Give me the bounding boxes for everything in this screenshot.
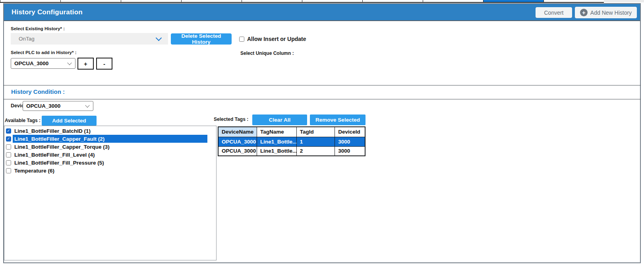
- selected-tags-label: Selected Tags :: [214, 116, 248, 122]
- add-plc-button[interactable]: +: [77, 58, 94, 70]
- top-tab-3[interactable]: [121, 0, 181, 3]
- tag-row-highlight: Temperature (6): [13, 167, 207, 175]
- available-tag-row[interactable]: Line1_BottleFiller_Fill_Pressure (5): [4, 159, 216, 167]
- unique-column-label: Select Unique Column :: [240, 50, 294, 56]
- tag-checkbox[interactable]: [6, 160, 11, 165]
- existing-history-label: Select Existing History* :: [11, 26, 65, 31]
- top-tab-1[interactable]: [0, 0, 60, 3]
- tag-row-highlight: Line1_BottleFiller_Capper_Torque (3): [13, 143, 207, 151]
- tag-row-highlight: Line1_BottleFiller_Fill_Level (4): [13, 151, 207, 159]
- clear-all-button[interactable]: Clear All: [252, 115, 307, 125]
- allow-insert-label: Allow Insert or Update: [247, 36, 306, 42]
- add-new-history-button[interactable]: + Add New History: [575, 7, 637, 18]
- check-icon: ✓: [7, 129, 10, 133]
- available-tag-row[interactable]: ✓Line1_BottleFiller_BatchID (1): [4, 127, 216, 135]
- top-tab-10[interactable]: [543, 0, 604, 3]
- table-header-cell[interactable]: DeviceId: [335, 127, 365, 137]
- chevron-down-icon: [156, 35, 162, 41]
- top-tab-strip: [0, 0, 644, 3]
- history-condition-title: History Condition :: [11, 88, 65, 95]
- check-icon: ✓: [7, 137, 10, 141]
- remove-selected-button[interactable]: Remove Selected: [310, 115, 366, 125]
- section-divider: [3, 85, 641, 85]
- tag-label: Line1_BottleFiller_BatchID (1): [14, 128, 91, 134]
- top-tab-5[interactable]: [242, 0, 302, 3]
- tag-label: Line1_BottleFiller_Capper_Fault (2): [14, 136, 104, 142]
- table-header-row: DeviceNameTagNameTagIdDeviceId: [218, 127, 365, 137]
- tag-checkbox[interactable]: [6, 144, 11, 149]
- tag-checkbox[interactable]: [6, 168, 11, 173]
- tag-label: Line1_BottleFiller_Fill_Level (4): [14, 152, 95, 158]
- chevron-down-icon: [67, 60, 72, 65]
- add-new-history-label: Add New History: [590, 10, 632, 16]
- plc-select-label: Select PLC to add in History* :: [11, 50, 77, 55]
- page-title: History Configuration: [12, 8, 83, 16]
- add-selected-button[interactable]: Add Selected: [42, 116, 97, 126]
- available-tags-list: ✓Line1_BottleFiller_BatchID (1)✓Line1_Bo…: [4, 126, 217, 260]
- plc-select-value: OPCUA_3000: [14, 60, 68, 66]
- available-tag-row[interactable]: Line1_BottleFiller_Capper_Torque (3): [4, 143, 216, 151]
- tag-checkbox[interactable]: ✓: [6, 136, 11, 142]
- table-row[interactable]: OPCUA_3000Line1_Bottle...13000: [218, 137, 365, 146]
- table-header-cell[interactable]: TagName: [257, 127, 297, 137]
- top-tab-7[interactable]: [362, 0, 423, 3]
- top-tab-9[interactable]: [483, 0, 543, 3]
- tag-row-highlight: Line1_BottleFiller_BatchID (1): [13, 127, 207, 135]
- top-tab-2[interactable]: [60, 0, 121, 3]
- convert-button[interactable]: Convert: [536, 7, 572, 18]
- section-divider: [3, 99, 641, 99]
- tag-label: Temperature (6): [14, 168, 54, 174]
- existing-history-value: OnTag: [19, 36, 157, 42]
- table-cell: 2: [296, 146, 335, 156]
- chevron-down-icon: [85, 103, 89, 107]
- table-cell: OPCUA_3000: [218, 137, 257, 146]
- tag-checkbox[interactable]: ✓: [6, 128, 11, 134]
- selected-tags-table: DeviceNameTagNameTagIdDeviceIdOPCUA_3000…: [218, 126, 366, 156]
- table-header-cell[interactable]: TagId: [296, 127, 335, 137]
- top-tab-6[interactable]: [302, 0, 362, 3]
- table-cell: 3000: [335, 137, 365, 146]
- top-tab-4[interactable]: [181, 0, 242, 3]
- tag-row-highlight: Line1_BottleFiller_Capper_Fault (2): [13, 135, 207, 143]
- available-tag-row[interactable]: Line1_BottleFiller_Fill_Level (4): [4, 151, 216, 159]
- top-tab-strip-filler: [604, 0, 644, 2]
- tag-checkbox[interactable]: [6, 152, 11, 157]
- allow-insert-checkbox[interactable]: [239, 37, 244, 42]
- table-cell: 1: [296, 137, 335, 146]
- table-cell: Line1_Bottle...: [257, 146, 297, 156]
- tag-label: Line1_BottleFiller_Fill_Pressure (5): [14, 160, 104, 166]
- top-tab-8[interactable]: [423, 0, 483, 3]
- table-cell: 3000: [335, 146, 365, 156]
- plc-select[interactable]: OPCUA_3000: [11, 58, 75, 69]
- existing-history-select[interactable]: OnTag: [11, 33, 168, 45]
- delete-selected-history-button[interactable]: Delete Selected History: [171, 33, 232, 45]
- table-row[interactable]: OPCUA_3000Line1_Bottle...23000: [218, 146, 365, 156]
- available-tag-row[interactable]: ✓Line1_BottleFiller_Capper_Fault (2): [4, 135, 216, 143]
- tag-label: Line1_BottleFiller_Capper_Torque (3): [14, 144, 110, 150]
- available-tag-row[interactable]: Temperature (6): [4, 167, 216, 175]
- remove-plc-button[interactable]: -: [96, 58, 112, 70]
- table-cell: Line1_Bottle...: [257, 137, 297, 146]
- history-configuration-page: History Configuration Convert + Add New …: [0, 0, 644, 264]
- device-select-value: OPCUA_3000: [26, 103, 86, 109]
- plus-circle-icon: +: [580, 9, 588, 16]
- table-cell: OPCUA_3000: [218, 146, 257, 156]
- tag-row-highlight: Line1_BottleFiller_Fill_Pressure (5): [13, 159, 207, 167]
- table-header-cell[interactable]: DeviceName: [218, 127, 257, 137]
- available-tags-label: Available Tags :: [5, 118, 41, 123]
- device-select[interactable]: OPCUA_3000: [23, 101, 93, 111]
